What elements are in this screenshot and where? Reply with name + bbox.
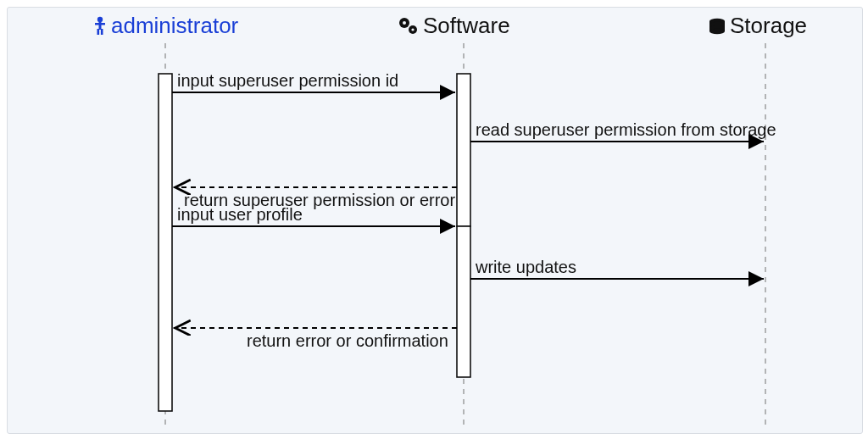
svg-rect-2: [95, 23, 105, 25]
gears-icon: [399, 18, 417, 34]
activation-administrator: [159, 74, 172, 411]
participant-software: Software: [399, 13, 510, 38]
participant-administrator: administrator: [95, 13, 239, 38]
svg-point-0: [97, 17, 103, 22]
participant-storage-label: Storage: [730, 13, 807, 38]
message-return-confirmation: return error or confirmation: [174, 328, 457, 350]
message-read-superuser-permission: read superuser permission from storage: [470, 120, 776, 142]
sequence-diagram: administrator Software Storage: [8, 8, 862, 433]
activation-software-1: [457, 74, 470, 226]
person-icon: [95, 17, 105, 35]
participant-software-label: Software: [423, 13, 510, 38]
diagram-frame: administrator Software Storage: [7, 7, 863, 434]
message-label: return error or confirmation: [247, 331, 448, 350]
message-input-superuser-permission-id: input superuser permission id: [172, 71, 455, 92]
message-label: input superuser permission id: [177, 71, 398, 90]
svg-point-15: [709, 29, 725, 34]
activation-software-2: [457, 226, 470, 377]
message-write-updates: write updates: [470, 258, 764, 279]
message-label: read superuser permission from storage: [476, 120, 776, 139]
database-icon: [709, 19, 725, 34]
svg-point-6: [403, 21, 406, 25]
message-label: write updates: [475, 258, 576, 276]
svg-rect-3: [97, 29, 100, 35]
participant-administrator-label: administrator: [111, 13, 239, 38]
svg-rect-4: [101, 29, 103, 35]
participant-storage: Storage: [709, 13, 807, 38]
svg-point-8: [411, 28, 414, 31]
message-label: input user profile: [177, 205, 303, 224]
